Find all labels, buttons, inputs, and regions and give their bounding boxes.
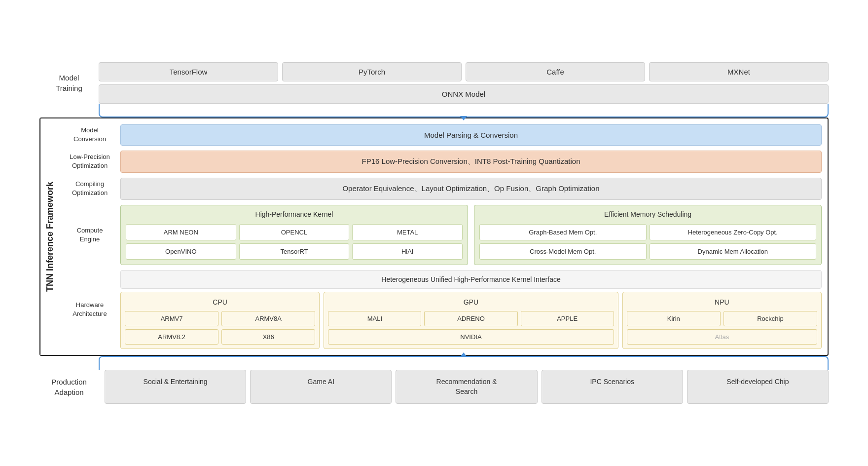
compute-engine-label: Compute Engine <box>65 205 114 265</box>
npu-header: NPU <box>627 296 817 308</box>
game-ai-box: Game AI <box>250 370 392 404</box>
high-perf-title: High-Performance Kernel <box>126 210 463 218</box>
hetero-zero-copy-box: Heterogeneous Zero-Copy Opt. <box>650 224 817 240</box>
model-conversion-label: Model Conversion <box>65 126 114 144</box>
compute-panels: High-Performance Kernel ARM NEON OPENCL … <box>120 205 822 265</box>
model-training-label: Model Training <box>39 62 99 104</box>
model-conversion-box: Model Parsing & Conversion <box>120 124 822 146</box>
onnx-box: ONNX Model <box>99 84 829 104</box>
tnn-diagram: Model Training TensorFlow PyTorch Caffe … <box>39 62 829 404</box>
tnn-label: TNN Inference Framework <box>40 118 59 355</box>
caffe-box: Caffe <box>466 62 645 81</box>
bottom-bracket-connector <box>99 356 829 370</box>
mali-chip: MALI <box>328 311 421 326</box>
production-section: Production Adaption Social & Entertainin… <box>39 370 829 404</box>
armv82-chip: ARMV8.2 <box>125 329 218 345</box>
npu-panel: NPU Kirin Rockchip Atlas <box>622 292 822 349</box>
low-precision-row: Low-Precision Optimization FP16 Low-Prec… <box>65 151 822 173</box>
high-perf-panel: High-Performance Kernel ARM NEON OPENCL … <box>120 205 468 265</box>
mxnet-box: MXNet <box>649 62 829 81</box>
gpu-panel: GPU MALI ADRENO APPLE NVIDIA <box>324 292 618 349</box>
bottom-bracket-arrow <box>460 352 467 357</box>
main-content: Model Conversion Model Parsing & Convers… <box>59 118 828 355</box>
x86-chip: X86 <box>221 329 315 345</box>
top-bracket-line <box>99 104 829 117</box>
tensorflow-box: TensorFlow <box>99 62 278 81</box>
atlas-chip: Atlas <box>627 329 817 345</box>
npu-row1: Kirin Rockchip <box>627 311 817 326</box>
kernel-grid: ARM NEON OPENCL METAL OpenVINO TensorRT … <box>126 224 463 260</box>
main-framework-box: TNN Inference Framework Model Conversion… <box>39 117 829 356</box>
gpu-row2: NVIDIA <box>328 329 614 345</box>
tensorrt-box: TensorRT <box>239 243 350 260</box>
social-entertaining-box: Social & Entertaining <box>105 370 246 404</box>
low-precision-label: Low-Precision Optimization <box>65 153 114 170</box>
armv8a-chip: ARMV8A <box>221 311 315 326</box>
production-boxes: Social & Entertaining Game AI Recommenda… <box>105 370 829 404</box>
armv7-chip: ARMV7 <box>125 311 218 326</box>
npu-row2: Atlas <box>627 329 817 345</box>
openvino-box: OpenVINO <box>126 243 236 260</box>
compute-engine-row: Compute Engine High-Performance Kernel A… <box>65 205 822 265</box>
mem-grid: Graph-Based Mem Opt. Heterogeneous Zero-… <box>479 224 816 260</box>
cpu-row2: ARMV8.2 X86 <box>125 329 315 345</box>
arm-neon-box: ARM NEON <box>126 224 236 240</box>
hw-panels: CPU ARMV7 ARMV8A ARMV8.2 X86 <box>120 292 822 349</box>
model-conversion-row: Model Conversion Model Parsing & Convers… <box>65 124 822 146</box>
pytorch-box: PyTorch <box>282 62 462 81</box>
cpu-row1: ARMV7 ARMV8A <box>125 311 315 326</box>
gpu-header: GPU <box>328 296 614 308</box>
apple-chip: APPLE <box>521 311 614 326</box>
self-developed-chip-box: Self-developed Chip <box>687 370 829 404</box>
gpu-row1: MALI ADRENO APPLE <box>328 311 614 326</box>
framework-row: TensorFlow PyTorch Caffe MXNet <box>99 62 829 81</box>
kirin-chip: Kirin <box>627 311 721 326</box>
hardware-row: Hardware Architecture Heterogeneous Unif… <box>65 270 822 349</box>
unified-interface-box: Heterogeneous Unified High-Performance K… <box>120 270 822 289</box>
opencl-box: OPENCL <box>239 224 350 240</box>
compiling-box: Operator Equivalence、Layout Optimization… <box>120 178 822 200</box>
cpu-header: CPU <box>125 296 315 308</box>
hardware-label: Hardware Architecture <box>65 270 114 349</box>
dynamic-mem-box: Dynamic Mem Allocation <box>650 243 817 260</box>
ipc-scenarios-box: IPC Scenarios <box>542 370 683 404</box>
metal-box: METAL <box>352 224 463 240</box>
model-training-section: Model Training TensorFlow PyTorch Caffe … <box>39 62 829 104</box>
top-bracket-arrow <box>460 116 467 120</box>
adreno-chip: ADRENO <box>424 311 517 326</box>
efficient-mem-title: Efficient Memory Scheduling <box>479 210 816 218</box>
recommendation-search-box: Recommendation & Search <box>396 370 537 404</box>
graph-mem-box: Graph-Based Mem Opt. <box>479 224 647 240</box>
model-training-boxes: TensorFlow PyTorch Caffe MXNet ONNX Mode… <box>99 62 829 104</box>
top-bracket-connector <box>99 104 829 117</box>
rockchip-chip: Rockchip <box>723 311 817 326</box>
low-precision-box: FP16 Low-Precision Conversion、INT8 Post-… <box>120 151 822 173</box>
compiling-row: Compiling Optimization Operator Equivale… <box>65 178 822 200</box>
production-label: Production Adaption <box>39 377 99 397</box>
hiai-box: HiAI <box>352 243 463 260</box>
hardware-content: Heterogeneous Unified High-Performance K… <box>120 270 822 349</box>
cpu-panel: CPU ARMV7 ARMV8A ARMV8.2 X86 <box>120 292 320 349</box>
bottom-bracket-line <box>99 356 829 370</box>
nvidia-chip: NVIDIA <box>328 329 614 345</box>
cross-model-mem-box: Cross-Model Mem Opt. <box>479 243 647 260</box>
efficient-mem-panel: Efficient Memory Scheduling Graph-Based … <box>474 205 822 265</box>
compiling-label: Compiling Optimization <box>65 180 114 197</box>
